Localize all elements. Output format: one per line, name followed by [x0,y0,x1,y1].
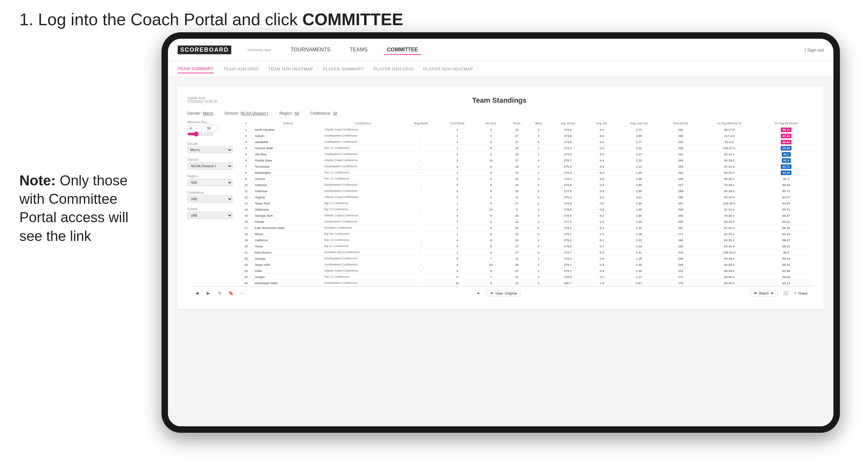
bottom-toolbar: ◀ ▶ ↻ 🔖 ⋯ ● 👁 View: Original 👁 Watch [187,286,814,300]
left-conference-filter: Conference (All) [187,191,232,203]
content-body: Minimum Rou... Gender Men's [187,121,814,286]
content-card: Update time: 27/03/2024 16:56:26 Team St… [178,87,824,309]
table-row: 6 Florida State Atlantic Coast Conferenc… [239,157,814,163]
logo-subtitle: Powered by clippd [247,49,271,52]
refresh-icon[interactable]: ↻ [216,290,223,297]
filters-row: Gender:Men's Division:NCAA Division I Re… [187,111,814,116]
min-rank-input-2[interactable] [205,125,219,131]
col-conference: Conference [323,121,403,127]
table-row: 7 Tennessee Southeastern Conference - 4 … [239,163,814,169]
update-time: Update time: 27/03/2024 16:56:26 [187,96,217,103]
nav-teams[interactable]: TEAMS [347,45,371,55]
table-row: 12 Virginia Atlantic Coast Conference - … [239,194,814,200]
left-school-filter: School (All) [187,207,232,219]
nav-committee[interactable]: COMMITTEE [384,45,421,55]
conference-filter: Conference:All [310,111,339,116]
table-row: 25 Oregon Pac-12 Conference - 5 7 21 0 2… [239,274,814,280]
min-rank-row [187,125,232,131]
tablet-frame: SCOREBOARD Powered by clippd TOURNAMENTS… [161,32,840,433]
sub-nav: TEAM SUMMARY TEAM H2H GRID TEAM H2H HEAT… [168,61,833,77]
note-text: Note: Only those with Committee Portal a… [20,171,139,245]
col-rank: # [239,121,253,127]
min-rank-filter: Minimum Rou... [187,121,232,137]
division-select[interactable]: NCAA Division I [187,162,232,169]
conference-select[interactable]: (All) [187,195,232,203]
table-row: 21 New Mexico Mountain West Conference -… [239,249,814,255]
table-row: 10 Alabama Southeastern Conference - 5 8… [239,182,814,188]
table-row: 2 Auburn Southeastern Conference - 1 9 2… [239,133,814,139]
left-division-filter: Division NCAA Division I [187,158,232,169]
sub-nav-team-h2h-heatmap[interactable]: TEAM H2H HEATMAP [268,65,313,73]
table-row: 18 Illinois Big Ten Conference - 1 8 23 … [239,231,814,237]
table-row: 15 Georgia Tech Atlantic Coast Conferenc… [239,213,814,219]
table-row: 14 Oklahoma Big 12 Conference - 2 24 2 2… [239,206,814,213]
sub-nav-team-summary[interactable]: TEAM SUMMARY [178,65,214,73]
table-row: 23 Texas A&M Southeastern Conference - 9… [239,261,814,268]
table-header-row: # School Conference Reg Rank Conf Rank N… [239,121,814,127]
clock-icon[interactable]: ● [475,290,482,297]
region-filter: Region:All [279,111,301,116]
table-row: 22 Georgia Southeastern Conference - 8 7… [239,255,814,261]
col-wins: Wins [528,121,549,127]
tablet-screen: SCOREBOARD Powered by clippd TOURNAMENTS… [168,39,833,426]
col-school: School [253,121,322,127]
gender-filter: Gender:Men's [187,111,215,116]
table-row: 20 Texas Big 12 Conference - 3 8 27 4 27… [239,243,814,249]
card-header: Update time: 27/03/2024 16:56:26 Team St… [187,96,814,105]
nav-tournaments[interactable]: TOURNAMENTS [287,45,334,55]
min-rank-input-1[interactable] [187,125,202,131]
nav-links: TOURNAMENTS TEAMS COMMITTEE [287,45,824,55]
col-conf-rank: Conf Rank [439,121,476,127]
col-avg-low: Avg. Low SG [617,121,661,127]
table-row: 19 California Pac-12 Conference - 4 8 24… [239,237,814,243]
card-title: Team Standings [472,96,527,105]
table-row: 11 Arkansas Southeastern Conference - 6 … [239,188,814,194]
table-row: 5 Ole Miss Southeastern Conference - 3 6… [239,151,814,157]
table-row: 26 Mississippi State Southeastern Confer… [239,280,814,286]
left-gender-filter: Gender Men's [187,142,232,153]
bookmark-icon[interactable]: 🔖 [228,290,234,297]
logo-title: SCOREBOARD [180,46,229,53]
division-filter: Division:NCAA Division I [224,111,270,116]
back-icon[interactable]: ◀ [194,290,200,297]
sub-nav-player-h2h-heatmap[interactable]: PLAYER H2H HEATMAP [423,65,473,73]
top-nav: SCOREBOARD Powered by clippd TOURNAMENTS… [168,39,833,61]
table-row: 17 East Tennessee State Southern Confere… [239,225,814,231]
table-row: 16 Florida Southeastern Conference - 7 9… [239,219,814,225]
min-rank-slider[interactable] [187,131,213,136]
table-row: 9 Arizona Pac-12 Conference - 3 8 23 4 2… [239,176,814,182]
sub-nav-player-summary[interactable]: PLAYER SUMMARY [323,65,364,73]
col-vs-top25: Vs Top Record 25 [700,121,758,127]
col-overall: Overall Par [661,121,700,127]
school-select[interactable]: (All) [187,212,232,219]
table-row: 8 Washington Pac-12 Conference - 2 8 23 … [239,169,814,176]
sign-out-button[interactable]: | Sign out [805,48,824,53]
more-icon[interactable]: ⋯ [239,290,246,297]
logo-box: SCOREBOARD [178,45,231,54]
table-row: 1 North Carolina Atlantic Coast Conferen… [239,127,814,133]
col-rnds: Rnds [506,121,528,127]
col-points: Vs Top 50 Points [758,121,814,127]
col-no-tour: No Tour [476,121,505,127]
view-original-button[interactable]: 👁 View: Original [487,290,521,297]
region-select[interactable]: N/A [187,179,232,186]
data-table: # School Conference Reg Rank Conf Rank N… [239,121,814,286]
main-content: Update time: 27/03/2024 16:56:26 Team St… [168,77,833,426]
table-row: 4 Arizona State Pac-12 Conference - 1 9 … [239,145,814,151]
step-instruction: 1. Log into the Coach Portal and click C… [20,10,403,29]
gender-select[interactable]: Men's [187,147,232,153]
sub-nav-player-h2h-grid[interactable]: PLAYER H2H GRID [374,65,414,73]
table-row: 3 Vanderbilt Southeastern Conference - 2… [239,139,814,145]
share-button[interactable]: ⇪ Share [794,291,808,295]
left-region-filter: Region N/A [187,175,232,186]
col-avg-sg: Avg. SG [586,121,617,127]
left-panel: Minimum Rou... Gender Men's [187,121,232,286]
share-icon[interactable]: ⬜ [782,290,789,297]
col-reg-rank: Reg Rank [403,121,439,127]
table-row: 24 Duke Atlantic Coast Conference - 5 9 … [239,268,814,274]
table-row: 13 Texas Tech Big 12 Conference - 1 9 27… [239,200,814,206]
col-adj-score: Adj. Score [549,121,586,127]
watch-button[interactable]: 👁 Watch ▼ [750,290,778,297]
sub-nav-team-h2h-grid[interactable]: TEAM H2H GRID [223,65,258,73]
forward-icon[interactable]: ▶ [205,290,212,297]
